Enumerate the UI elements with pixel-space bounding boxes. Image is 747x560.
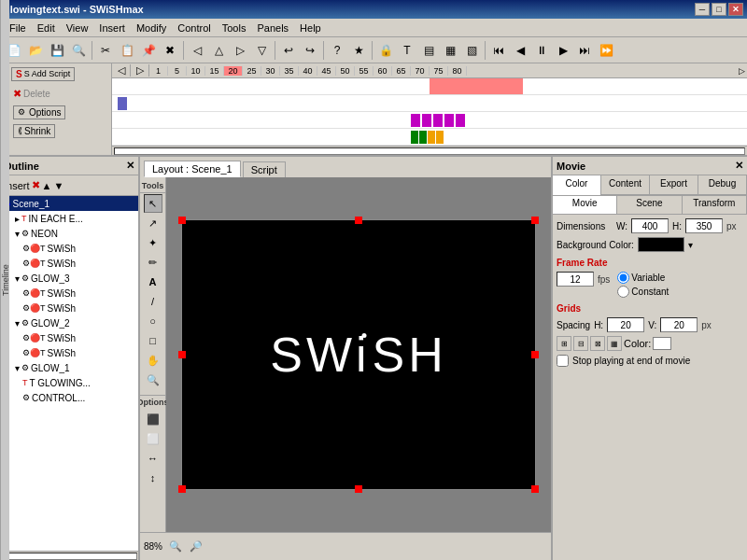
toolbar-prev[interactable]: ◀ <box>510 40 530 61</box>
toolbar-align-center[interactable]: △ <box>208 40 229 61</box>
menu-modify[interactable]: Modify <box>131 21 172 35</box>
handle-top-right[interactable] <box>531 217 539 224</box>
outline-down-icon[interactable]: ▼ <box>53 180 63 191</box>
tree-ineach[interactable]: ▸ T IN EACH E... <box>0 211 138 226</box>
toolbar-align-left[interactable]: ◁ <box>187 40 207 61</box>
stop-playing-checkbox[interactable] <box>557 355 569 367</box>
tool-option2[interactable]: ↕ <box>144 469 162 487</box>
menu-view[interactable]: View <box>61 21 94 35</box>
bg-color-swatch[interactable] <box>638 237 684 252</box>
outline-up-icon[interactable]: ▲ <box>42 180 52 191</box>
toolbar-next[interactable]: ▶ <box>553 40 573 61</box>
tab-content[interactable]: Content <box>601 175 650 195</box>
outline-scrollbar[interactable] <box>0 551 138 560</box>
toolbar-type[interactable]: T <box>397 40 417 61</box>
tree-glow2[interactable]: ▾ ⚙ GLOW_2 <box>0 315 138 330</box>
toolbar-save[interactable]: 💾 <box>47 40 67 61</box>
grid-v-input[interactable] <box>660 317 698 332</box>
menu-panels[interactable]: Panels <box>251 21 294 35</box>
grid-icon-3[interactable]: ⊠ <box>590 336 605 351</box>
subtab-transform[interactable]: Transform <box>683 196 747 214</box>
tree-swish2[interactable]: ⚙🔴T SWiSh <box>0 256 138 271</box>
toolbar-redo[interactable]: ↪ <box>300 40 320 61</box>
outline-add-icon[interactable]: ✖ <box>32 179 40 191</box>
bg-color-arrow[interactable]: ▾ <box>688 240 693 250</box>
tool-zoom-tool[interactable]: 🔍 <box>144 371 162 389</box>
tool-oval[interactable]: ○ <box>144 312 162 330</box>
tree-swish4[interactable]: ⚙🔴T SWiSh <box>0 301 138 315</box>
tool-subselect[interactable]: ↗ <box>144 214 162 232</box>
menu-help[interactable]: Help <box>294 21 327 35</box>
toolbar-copy[interactable]: 📋 <box>117 40 137 61</box>
tool-text[interactable]: A <box>144 273 162 291</box>
grid-icon-1[interactable]: ⊞ <box>557 336 571 351</box>
tab-layout-scene1[interactable]: Layout : Scene_1 <box>144 161 241 177</box>
tree-swish3[interactable]: ⚙🔴T SWiSh <box>0 286 138 301</box>
grid-icon-2[interactable]: ⊟ <box>573 336 588 351</box>
zoom-out-btn[interactable]: 🔎 <box>187 538 205 556</box>
handle-top-center[interactable] <box>355 217 362 224</box>
width-input[interactable] <box>631 218 669 233</box>
tool-reshape[interactable]: ✦ <box>144 233 162 252</box>
toolbar-search[interactable]: 🔍 <box>68 40 89 61</box>
toolbar-anim2[interactable]: ▦ <box>440 40 460 61</box>
tree-scene1[interactable]: ▪ Scene_1 <box>0 196 138 211</box>
tool-line[interactable]: / <box>144 292 162 311</box>
tool-select[interactable]: ↖ <box>144 194 162 213</box>
tree-glow3[interactable]: ▾ ⚙ GLOW_3 <box>0 271 138 286</box>
fps-input[interactable] <box>557 272 594 287</box>
movie-panel-close-icon[interactable]: ✕ <box>735 160 743 172</box>
handle-bot-left[interactable] <box>178 485 186 493</box>
timeline-scrollbar[interactable] <box>112 146 747 155</box>
toolbar-align-bottom[interactable]: ▽ <box>251 40 272 61</box>
toolbar-paste[interactable]: 📌 <box>138 40 159 61</box>
tree-control[interactable]: ⚙ CONTROL... <box>0 390 138 405</box>
toolbar-align-right[interactable]: ▷ <box>230 40 250 61</box>
grid-h-input[interactable] <box>607 317 644 332</box>
constant-radio[interactable] <box>617 286 629 298</box>
menu-insert[interactable]: Insert <box>93 21 131 35</box>
tl-prev-arrow[interactable]: ◁ <box>112 64 131 77</box>
tab-script[interactable]: Script <box>243 161 286 177</box>
tool-rect[interactable]: □ <box>144 331 162 350</box>
variable-radio[interactable] <box>617 272 629 284</box>
handle-bot-right[interactable] <box>531 485 539 493</box>
delete-btn[interactable]: ✖ Delete <box>9 84 111 103</box>
tool-option1[interactable]: ↔ <box>144 449 162 468</box>
zoom-in-btn[interactable]: 🔍 <box>166 538 185 556</box>
tool-pencil[interactable]: ✏ <box>144 253 162 272</box>
toolbar-play[interactable]: 🔒 <box>375 40 396 61</box>
outline-close-icon[interactable]: ✕ <box>126 160 134 172</box>
toolbar-end[interactable]: ⏩ <box>596 40 616 61</box>
tab-export[interactable]: Export <box>650 175 698 195</box>
toolbar-open[interactable]: 📂 <box>25 40 46 61</box>
tree-swish6[interactable]: ⚙🔴T SWiSh <box>0 345 138 360</box>
handle-mid-left[interactable] <box>178 351 186 358</box>
handle-bot-center[interactable] <box>355 485 362 493</box>
tab-color[interactable]: Color <box>553 175 601 195</box>
subtab-scene[interactable]: Scene <box>617 196 682 214</box>
shrink-btn[interactable]: ⟪ Shrink <box>9 121 111 140</box>
tool-stroke[interactable]: ⬜ <box>144 429 162 448</box>
tree-glowing[interactable]: T T GLOWING... <box>0 375 138 390</box>
menu-edit[interactable]: Edit <box>32 21 61 35</box>
tab-debug[interactable]: Debug <box>698 175 747 195</box>
handle-mid-right[interactable] <box>531 351 539 358</box>
tree-glow1[interactable]: ▾ ⚙ GLOW_1 <box>0 360 138 375</box>
tree-swish5[interactable]: ⚙🔴T SWiSh <box>0 330 138 345</box>
minimize-button[interactable]: ─ <box>695 3 710 16</box>
menu-tools[interactable]: Tools <box>217 21 252 35</box>
toolbar-stop[interactable]: ⏸ <box>531 40 552 61</box>
menu-control[interactable]: Control <box>172 21 216 35</box>
tool-hand[interactable]: ✋ <box>144 351 162 370</box>
toolbar-cut[interactable]: ✂ <box>95 40 116 61</box>
toolbar-preview[interactable]: ★ <box>348 40 369 61</box>
tool-fill[interactable]: ⬛ <box>144 410 162 428</box>
height-input[interactable] <box>685 218 723 233</box>
add-script-btn[interactable]: S S Add Script <box>9 63 111 84</box>
toolbar-fastforward[interactable]: ⏭ <box>574 40 595 61</box>
maximize-button[interactable]: □ <box>712 3 726 16</box>
close-button[interactable]: ✕ <box>728 3 743 16</box>
toolbar-help[interactable]: ? <box>327 40 347 61</box>
tl-next-arrow[interactable]: ▷ <box>131 64 149 77</box>
